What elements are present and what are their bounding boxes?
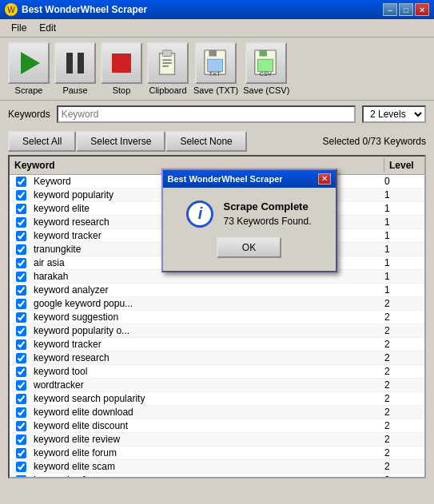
list-item-checkbox[interactable]	[16, 462, 26, 472]
list-item-keyword: keyword analyzer	[32, 284, 384, 296]
svg-rect-1	[66, 53, 73, 73]
list-item-level: 2	[384, 312, 424, 323]
list-item-checkbox-cell	[10, 312, 32, 323]
stop-icon	[101, 42, 142, 84]
menu-edit[interactable]: Edit	[33, 21, 62, 35]
list-item-checkbox[interactable]	[16, 204, 26, 214]
list-item-checkbox-cell	[10, 448, 32, 458]
list-item-keyword: keyword tracker	[32, 339, 384, 350]
list-item-level: 1	[384, 271, 424, 282]
list-item-checkbox[interactable]	[16, 394, 26, 404]
list-item-level: 2	[384, 339, 424, 350]
list-item-checkbox-cell	[10, 272, 32, 282]
pause-button[interactable]: Pause	[54, 42, 96, 95]
svg-rect-3	[112, 54, 131, 73]
list-item-checkbox-cell	[10, 299, 32, 309]
maximize-button[interactable]: □	[399, 3, 413, 16]
list-item-checkbox[interactable]	[16, 244, 26, 255]
list-item: harakah1	[10, 270, 424, 284]
list-item-keyword: keyword suggestion	[32, 312, 384, 323]
list-item-checkbox-cell	[10, 353, 32, 363]
list-item-checkbox[interactable]	[16, 312, 26, 323]
window-title: Best WonderWheel Scraper	[22, 4, 147, 15]
list-item-checkbox-cell	[10, 258, 32, 268]
list-item-checkbox[interactable]	[16, 421, 26, 431]
dialog-title: Best WonderWheel Scraper	[168, 174, 283, 184]
list-item-checkbox[interactable]	[16, 285, 26, 296]
list-item-checkbox-cell	[10, 177, 32, 187]
save-txt-button[interactable]: TXT Save (TXT)	[193, 42, 238, 95]
list-item-keyword: harakah	[32, 271, 384, 282]
svg-text:TXT: TXT	[209, 70, 221, 77]
list-item-checkbox[interactable]	[16, 407, 26, 418]
list-item-level: 1	[384, 189, 424, 200]
save-csv-button[interactable]: CSV Save (CSV)	[243, 42, 289, 95]
dialog-ok-button[interactable]: OK	[217, 237, 281, 258]
dialog-info-icon: i	[186, 200, 213, 228]
keyword-input[interactable]	[57, 105, 356, 123]
list-item-checkbox[interactable]	[16, 217, 26, 228]
list-item-checkbox[interactable]	[16, 435, 26, 445]
select-inverse-button[interactable]: Select Inverse	[76, 131, 165, 152]
menu-file[interactable]: File	[5, 21, 33, 35]
list-item-level: 0	[384, 176, 424, 187]
selected-info: Selected 0/73 Keywords	[323, 136, 426, 147]
list-item: google keyword popu...2	[10, 297, 424, 311]
scrape-label: Scrape	[15, 85, 43, 95]
svg-text:CSV: CSV	[260, 70, 273, 77]
list-item: keyword elite forum2	[10, 446, 424, 460]
scrape-button[interactable]: Scrape	[8, 42, 50, 95]
list-item-checkbox[interactable]	[16, 299, 26, 309]
toolbar: Scrape Pause Stop	[0, 38, 434, 101]
list-item-keyword: keyword elite scam	[32, 461, 384, 472]
list-item-level: 1	[384, 216, 424, 228]
list-item-checkbox[interactable]	[16, 190, 26, 200]
select-all-button[interactable]: Select All	[8, 131, 76, 152]
list-item-checkbox[interactable]	[16, 326, 26, 336]
list-item-checkbox[interactable]	[16, 380, 26, 391]
list-item-level: 1	[384, 244, 424, 255]
list-item-level: 1	[384, 230, 424, 241]
list-item-level: 2	[384, 420, 424, 431]
list-item-checkbox[interactable]	[16, 448, 26, 458]
list-item-checkbox-cell	[10, 435, 32, 445]
dialog-close-button[interactable]: ✕	[318, 173, 331, 185]
svg-rect-8	[162, 65, 169, 67]
close-button[interactable]: ✕	[415, 3, 429, 16]
list-item-level: 2	[384, 379, 424, 391]
stop-button[interactable]: Stop	[101, 42, 142, 95]
list-item: keyword analyzer1	[10, 284, 424, 297]
select-none-button[interactable]: Select None	[165, 131, 246, 152]
title-bar: W Best WonderWheel Scraper – □ ✕	[0, 0, 434, 19]
svg-rect-5	[162, 50, 171, 57]
clipboard-button[interactable]: Clipboard	[147, 42, 189, 95]
levels-select[interactable]: 2 Levels 1 Level 3 Levels	[362, 105, 426, 123]
list-item-checkbox[interactable]	[16, 231, 26, 241]
list-item-checkbox[interactable]	[16, 367, 26, 377]
minimize-button[interactable]: –	[383, 3, 397, 16]
list-item-checkbox[interactable]	[16, 272, 26, 282]
list-item: keyword software2	[10, 474, 424, 477]
svg-rect-6	[162, 59, 171, 61]
dialog-text: Scrape Complete 73 Keywords Found.	[223, 200, 311, 227]
list-item-level: 2	[384, 366, 424, 377]
list-item-checkbox-cell	[10, 462, 32, 472]
list-item-checkbox[interactable]	[16, 475, 26, 478]
list-item-checkbox[interactable]	[16, 353, 26, 363]
list-item-checkbox-cell	[10, 407, 32, 418]
save-csv-icon: CSV	[245, 42, 287, 84]
pause-icon	[54, 42, 96, 84]
list-item-checkbox-cell	[10, 326, 32, 336]
list-item-checkbox-cell	[10, 190, 32, 200]
list-item-checkbox-cell	[10, 421, 32, 431]
keywords-row: Keywords 2 Levels 1 Level 3 Levels	[0, 101, 434, 128]
svg-rect-2	[78, 53, 84, 73]
list-item-checkbox[interactable]	[16, 339, 26, 350]
clipboard-label: Clipboard	[149, 85, 186, 95]
svg-marker-0	[21, 52, 40, 74]
list-item-level: 2	[384, 352, 424, 363]
list-item-level: 2	[384, 407, 424, 418]
list-item-checkbox[interactable]	[16, 177, 26, 187]
list-item-checkbox[interactable]	[16, 258, 26, 268]
list-item-keyword: wordtracker	[32, 379, 384, 391]
